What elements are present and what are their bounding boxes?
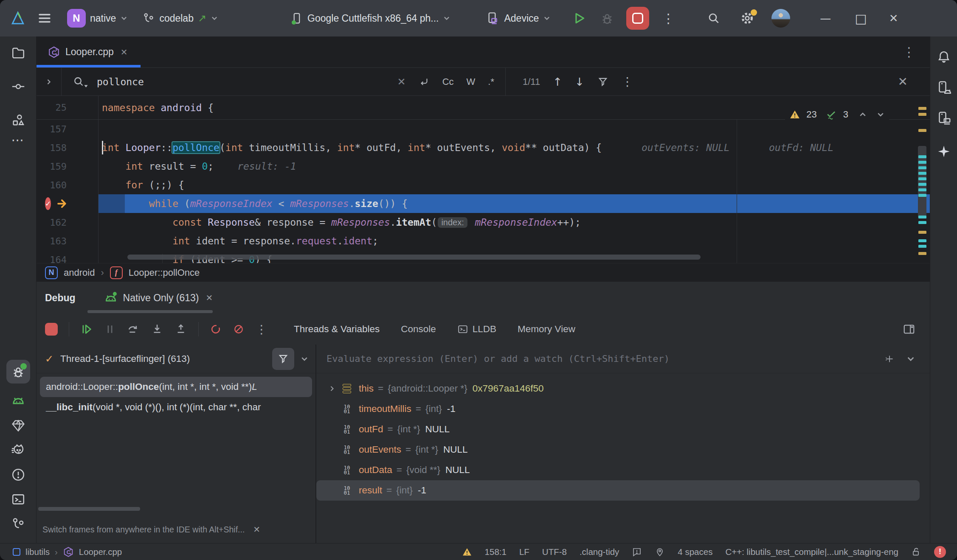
warning-stripe-mark[interactable] — [918, 107, 926, 110]
mute-breakpoints-icon[interactable] — [233, 323, 245, 335]
line-number[interactable]: 157 — [37, 120, 99, 138]
breakpoint-gutter[interactable]: ✓ — [37, 194, 99, 213]
editor-tab-looper-cpp[interactable]: C++ Looper.cpp ✕ — [37, 36, 141, 67]
info-stripe-mark[interactable] — [918, 177, 926, 180]
close-window-button[interactable]: ✕ — [889, 12, 898, 25]
prev-problem-chevron-icon[interactable] — [858, 110, 867, 119]
gemini-sparkle-icon[interactable] — [934, 143, 953, 160]
device-selector[interactable]: Google Cuttlefish x86_64 ph... — [286, 8, 455, 28]
lock-open-icon[interactable] — [911, 547, 921, 557]
layout-settings-icon[interactable] — [903, 323, 930, 336]
code-line-text[interactable]: int Looper::pollOnce(int timeoutMillis, … — [99, 138, 930, 157]
status-file[interactable]: Looper.cpp — [79, 547, 122, 557]
line-number[interactable]: 162 — [37, 213, 99, 232]
vcs-widget[interactable]: codelab ↗ — [138, 8, 222, 28]
info-stripe-mark[interactable] — [918, 183, 926, 186]
inspections-widget[interactable]: 23 3 — [785, 105, 889, 124]
build-config-widget[interactable]: C++: libutils_test_compile|...unk_stagin… — [725, 547, 898, 557]
git-tool-icon[interactable] — [6, 517, 30, 531]
code-editor[interactable]: 25namespace android {157158int Looper::p… — [37, 96, 930, 263]
info-stripe-mark[interactable] — [918, 194, 926, 197]
find-next-icon[interactable]: ↓ — [575, 76, 584, 88]
variable-row[interactable]: 10 01result={int}-1 — [316, 480, 920, 501]
code-line[interactable]: 160 for (;;) { — [37, 176, 930, 194]
line-number[interactable]: 163 — [37, 232, 99, 250]
status-module[interactable]: libutils — [25, 547, 50, 557]
line-number[interactable]: 158 — [37, 138, 99, 157]
line-number[interactable]: 160 — [37, 176, 99, 194]
find-search-icon[interactable] — [73, 76, 88, 88]
more-tool-windows-icon[interactable]: ⋯ — [6, 133, 30, 146]
evaluate-expand-chevron-icon[interactable] — [906, 354, 915, 364]
breadcrumb-function[interactable]: Looper::pollOnce — [129, 267, 200, 278]
add-watch-icon[interactable] — [884, 353, 895, 364]
running-devices-icon[interactable] — [934, 110, 953, 126]
pin-highlighter-icon[interactable] — [655, 547, 665, 557]
debug-tab-console[interactable]: Console — [401, 324, 436, 335]
device-manager-icon[interactable] — [934, 80, 953, 96]
warning-stripe-mark[interactable] — [918, 113, 926, 116]
thread-selector[interactable]: ✓ Thread-1-[surfaceflinger] (613) — [37, 344, 315, 373]
warning-stripe-mark[interactable] — [918, 252, 926, 255]
hide-frames-filter-icon[interactable] — [272, 348, 294, 370]
thread-dropdown-chevron-icon[interactable] — [300, 355, 309, 363]
inspection-profile-widget[interactable]: .clang-tidy — [580, 547, 619, 557]
info-stripe-mark[interactable] — [918, 216, 926, 218]
line-separator-widget[interactable]: LF — [519, 547, 529, 557]
notifications-bell-icon[interactable] — [934, 49, 953, 65]
code-line[interactable]: 159 int result = 0;result: -1 — [37, 157, 930, 176]
info-stripe-mark[interactable] — [918, 221, 926, 224]
settings-gear-icon[interactable] — [740, 11, 754, 25]
line-number[interactable]: 164 — [37, 250, 99, 263]
problems-tool-icon[interactable] — [6, 468, 30, 482]
status-warning-icon[interactable] — [462, 547, 472, 557]
encoding-widget[interactable]: UTF-8 — [542, 547, 567, 557]
stack-frame-row[interactable]: android::Looper::pollOnce(int, int *, in… — [40, 377, 312, 397]
find-query-text[interactable]: pollonce — [97, 76, 144, 87]
commit-tool-icon[interactable] — [6, 79, 30, 94]
editor-horizontal-scrollbar[interactable] — [127, 255, 701, 260]
view-breakpoints-icon[interactable] — [210, 323, 222, 335]
code-line-text[interactable]: while (mResponseIndex < mResponses.size(… — [99, 194, 930, 213]
terminal-tool-icon[interactable] — [6, 492, 30, 507]
user-avatar[interactable] — [771, 9, 790, 28]
caret-position-widget[interactable]: 158:1 — [485, 547, 507, 557]
step-into-icon[interactable] — [151, 323, 163, 336]
breadcrumb-namespace[interactable]: android — [64, 267, 95, 278]
info-stripe-mark[interactable] — [918, 161, 926, 164]
variable-row[interactable]: 10 01outFd={int *}NULL — [316, 419, 920, 440]
variable-row[interactable]: 10 01outEvents={int *}NULL — [316, 440, 920, 460]
next-problem-chevron-icon[interactable] — [876, 110, 885, 119]
tab-options-kebab-icon[interactable]: ⋮ — [903, 45, 930, 59]
code-line[interactable]: 163 int ident = response.request.ident; — [37, 232, 930, 250]
code-line-text[interactable]: int ident = response.request.ident; — [99, 232, 930, 250]
maximize-button[interactable]: □ — [855, 11, 867, 26]
code-line[interactable]: 162 const Response& response = mResponse… — [37, 213, 930, 232]
line-number[interactable]: 159 — [37, 157, 99, 176]
error-notification-badge[interactable]: ! — [934, 546, 946, 558]
frames-horizontal-scrollbar[interactable] — [38, 507, 140, 511]
code-line[interactable]: 158int Looper::pollOnce(int timeoutMilli… — [37, 138, 930, 157]
info-stripe-mark[interactable] — [918, 172, 926, 175]
find-newline-icon[interactable] — [419, 76, 430, 87]
tab-close-icon[interactable]: ✕ — [119, 45, 129, 59]
run-button[interactable] — [572, 11, 586, 25]
info-stripe-mark[interactable] — [918, 155, 926, 158]
code-line-text[interactable]: int result = 0;result: -1 — [99, 157, 930, 176]
debug-tool-icon[interactable] — [6, 360, 30, 384]
variable-row[interactable]: this={android::Looper *}0x7967aa146f50 — [316, 378, 920, 399]
indent-widget[interactable]: 4 spaces — [678, 547, 712, 557]
stop-button[interactable] — [626, 7, 649, 30]
warning-stripe-mark[interactable] — [918, 231, 926, 234]
debug-button[interactable] — [600, 11, 614, 25]
editor-error-stripe[interactable] — [917, 96, 928, 263]
find-words-toggle[interactable]: W — [467, 76, 476, 87]
warning-stripe-mark[interactable] — [918, 129, 926, 132]
debug-tab-threads-variables[interactable]: Threads & Variables — [294, 324, 380, 335]
find-filter-icon[interactable] — [597, 76, 609, 88]
debug-more-kebab-icon[interactable]: ⋮ — [256, 322, 267, 336]
debug-tab-lldb[interactable]: LLDB — [457, 324, 496, 335]
session-tab-close-icon[interactable]: ✕ — [206, 293, 213, 303]
evaluate-expression-field[interactable]: Evaluate expression (Enter) or add a wat… — [316, 344, 930, 373]
logcat-tool-icon[interactable] — [6, 394, 30, 408]
